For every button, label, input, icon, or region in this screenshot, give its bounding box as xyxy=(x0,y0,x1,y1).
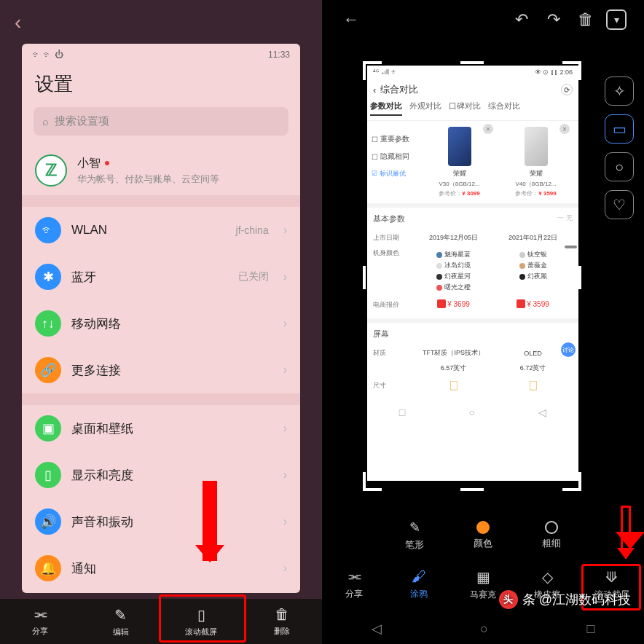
nav-home-icon[interactable]: ○ xyxy=(480,621,488,637)
setting-row-wallpaper[interactable]: ▣桌面和壁纸› xyxy=(22,405,300,452)
share-icon: ⫘ xyxy=(347,568,361,585)
data-icon: ↑↓ xyxy=(35,310,61,337)
comparison-app: ⁴ᴳ ₊ıll ᯤ👁 ⊙ ⫿⫿ 2:06 ‹ 综合对比 ⟳ 参数对比外观对比口碑… xyxy=(367,66,578,481)
back-icon[interactable]: ← xyxy=(339,8,363,31)
chevron-right-icon: › xyxy=(283,364,287,377)
search-input[interactable]: ⌕ 搜索设置项 xyxy=(34,107,288,136)
delete-icon[interactable]: 🗑 xyxy=(574,8,597,31)
brush-icon: 🖌 xyxy=(412,568,426,585)
toutiao-logo-icon: 头 xyxy=(499,590,518,609)
back-icon[interactable]: ‹ xyxy=(373,85,376,95)
display-icon: ▯ xyxy=(35,462,61,488)
nav-square-icon[interactable]: □ xyxy=(399,407,405,418)
left-screenshot: ‹ ᯤ ᯤ ⏻ 11:33 设置 ⌕ 搜索设置项 ℤ 小智 华为帐号、付款与账单… xyxy=(0,0,322,644)
puzzle-tool[interactable]: ✧ xyxy=(605,76,634,106)
avatar-icon: ℤ xyxy=(35,154,67,186)
chevron-right-icon: › xyxy=(283,468,287,482)
phone-outline-icon: ⎕ xyxy=(414,379,493,392)
editor-top-bar: ← ↶ ↷ 🗑 ▾ xyxy=(322,0,644,39)
pen-settings: ✎笔形 颜色 粗细 xyxy=(322,514,644,557)
nav-circle-icon[interactable]: ○ xyxy=(468,407,474,418)
shape-tools: ✧ ▭ ○ ♡ xyxy=(605,76,637,219)
setting-row-bt[interactable]: ✱蓝牙已关闭› xyxy=(22,254,300,300)
search-icon: ⌕ xyxy=(42,115,49,127)
mark-best[interactable]: ☑ 标识最优 xyxy=(372,169,421,178)
close-icon[interactable]: × xyxy=(559,124,570,134)
setting-row-bio[interactable]: 🔑生物识别和密码› xyxy=(22,592,300,593)
screenshot-editor: ← ↶ ↷ 🗑 ▾ ⁴ᴳ ₊ıll ᯤ👁 ⊙ ⫿⫿ 2:06 ‹ 综合对比 xyxy=(322,0,644,644)
product-card[interactable]: ×荣耀V40（8GB/12...参考价：¥ 3599 xyxy=(498,127,574,197)
inner-status-bar: ⁴ᴳ ₊ıll ᯤ👁 ⊙ ⫿⫿ 2:06 xyxy=(367,66,578,79)
screenshot-canvas[interactable]: ⁴ᴳ ₊ıll ᯤ👁 ⊙ ⫿⫿ 2:06 ‹ 综合对比 ⟳ 参数对比外观对比口碑… xyxy=(367,66,578,481)
notif-icon: 🔔 xyxy=(35,555,61,581)
chevron-right-icon: › xyxy=(283,317,287,330)
pen-weight[interactable]: 粗细 xyxy=(542,521,561,550)
mode-share[interactable]: ⫘分享 xyxy=(322,562,386,606)
checkbox-hide-same[interactable]: ☐ 隐藏相同 xyxy=(372,152,421,162)
circle-tool[interactable]: ○ xyxy=(605,152,634,181)
toolbar-分享[interactable]: ⫘分享 xyxy=(0,599,81,644)
pen-shape[interactable]: ✎笔形 xyxy=(405,519,424,551)
product-card[interactable]: ×荣耀V30（8GB/12...参考价：¥ 3099 xyxy=(421,127,498,197)
refresh-icon[interactable]: ⟳ xyxy=(561,84,573,95)
price-icon xyxy=(517,299,525,308)
wifi-icon: ᯤ xyxy=(35,217,61,243)
discuss-badge[interactable]: 讨论 xyxy=(561,342,576,357)
pen-color[interactable]: 颜色 xyxy=(474,521,492,550)
settings-app: ᯤ ᯤ ⏻ 11:33 设置 ⌕ 搜索设置项 ℤ 小智 华为帐号、付款与账单、云… xyxy=(22,44,300,593)
setting-row-notif[interactable]: 🔔通知› xyxy=(22,545,300,592)
mode-brush[interactable]: 🖌涂鸦 xyxy=(386,562,450,606)
page-title: 设置 xyxy=(22,63,300,107)
product-row: ☐ 重要参数 ☐ 隐藏相同 ☑ 标识最优 ×荣耀V30（8GB/12...参考价… xyxy=(367,121,578,203)
inner-nav-bar: □ ○ ◁ xyxy=(367,401,578,421)
wallpaper-icon: ▣ xyxy=(35,415,61,441)
sound-icon: 🔊 xyxy=(35,508,61,535)
status-time: 11:33 xyxy=(268,50,290,60)
setting-row-wifi[interactable]: ᯤWLANjf-china› xyxy=(22,207,300,254)
save-icon[interactable]: ▾ xyxy=(606,9,627,30)
price-icon xyxy=(437,299,446,308)
chevron-right-icon: › xyxy=(283,515,287,528)
chevron-right-icon: › xyxy=(283,422,287,435)
red-highlight-box xyxy=(159,594,246,643)
chevron-right-icon: › xyxy=(283,270,287,283)
setting-row-display[interactable]: ▯显示和亮度› xyxy=(22,452,300,498)
comparison-tabs[interactable]: 参数对比外观对比口碑对比综合对比 xyxy=(367,101,578,121)
phone-image xyxy=(525,127,548,166)
nav-back-icon[interactable]: ◁ xyxy=(372,621,382,637)
close-icon[interactable]: × xyxy=(483,124,493,134)
heart-tool[interactable]: ♡ xyxy=(605,190,634,219)
setting-row-sound[interactable]: 🔊声音和振动› xyxy=(22,498,300,545)
phone-outline-icon: ⎕ xyxy=(493,379,573,392)
checkbox-important[interactable]: ☐ 重要参数 xyxy=(372,134,421,144)
mosaic-icon: ▦ xyxy=(476,568,490,586)
system-nav-bar: ◁ ○ □ xyxy=(322,613,644,644)
comparison-header[interactable]: ‹ 综合对比 ⟳ xyxy=(367,79,578,101)
tab-2[interactable]: 口碑对比 xyxy=(449,101,481,116)
phone-image xyxy=(448,127,471,166)
color-swatch-icon xyxy=(476,521,490,534)
undo-icon[interactable]: ↶ xyxy=(510,8,533,31)
chevron-right-icon: › xyxy=(283,562,287,575)
redo-icon[interactable]: ↷ xyxy=(542,8,565,31)
nav-recent-icon[interactable]: □ xyxy=(586,621,594,637)
nav-back-icon[interactable]: ◁ xyxy=(538,407,546,418)
red-arrow-annotation xyxy=(203,481,217,561)
profile-row[interactable]: ℤ 小智 华为帐号、付款与账单、云空间等 xyxy=(22,146,300,195)
bt-icon: ✱ xyxy=(35,264,61,290)
red-dot-icon xyxy=(105,161,109,165)
setting-row-link[interactable]: 🔗更多连接› xyxy=(22,347,300,393)
setting-row-data[interactable]: ↑↓移动网络› xyxy=(22,300,300,347)
toolbar-编辑[interactable]: ✎编辑 xyxy=(81,599,162,644)
eraser-icon: ◇ xyxy=(542,568,553,586)
param-index-badge[interactable]: 参数目录 xyxy=(565,246,577,248)
status-bar: ᯤ ᯤ ⏻ 11:33 xyxy=(22,44,300,63)
tab-3[interactable]: 综合对比 xyxy=(488,101,520,116)
back-icon[interactable]: ‹ xyxy=(15,11,21,34)
tab-0[interactable]: 参数对比 xyxy=(370,101,402,116)
tab-1[interactable]: 外观对比 xyxy=(409,101,441,116)
rect-tool[interactable]: ▭ xyxy=(605,114,634,144)
toolbar-删除[interactable]: 🗑删除 xyxy=(242,599,323,644)
signal-icon: ᯤ ᯤ ⏻ xyxy=(32,50,63,60)
link-icon: 🔗 xyxy=(35,357,61,383)
